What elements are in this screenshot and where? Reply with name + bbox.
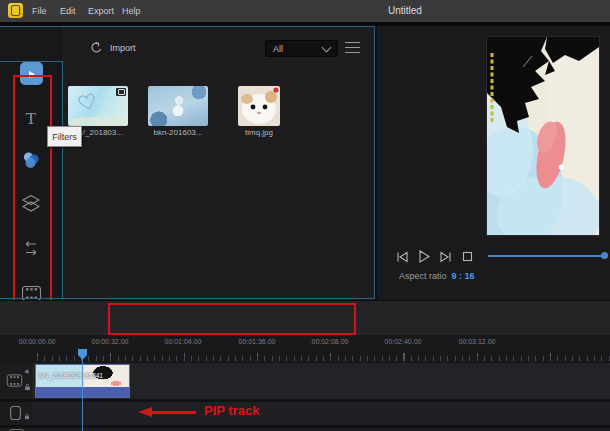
- playhead-line: [82, 352, 83, 431]
- previous-frame-icon: [395, 250, 409, 264]
- filters-tooltip: Filters: [47, 126, 82, 147]
- import-button[interactable]: Import: [90, 40, 136, 56]
- timeline-ruler[interactable]: 00:00:00.00 00:00:32.00 00:01:04.00 00:0…: [0, 335, 610, 362]
- chevron-down-icon: [322, 42, 332, 52]
- pip-track[interactable]: [0, 402, 610, 425]
- media-item-image-3[interactable]: [238, 86, 280, 126]
- seek-bar[interactable]: [488, 255, 606, 257]
- menu-help[interactable]: Help: [118, 0, 145, 22]
- media-filter-value: All: [273, 44, 283, 54]
- toolbar: ↶ ↷ ✎ ✂: [0, 300, 610, 335]
- annotation-rect-sidebar: [13, 75, 52, 320]
- sidebar: T: [0, 26, 62, 300]
- lock-track-icon[interactable]: [24, 413, 30, 420]
- video-track-icon: [6, 373, 23, 388]
- video-track-header: [0, 363, 32, 399]
- media-item-label: bkn-201603...: [148, 128, 208, 137]
- ruler-timestamp: 00:01:36.00: [232, 338, 282, 345]
- media-library-panel: Import All MV_201803... bkn-201603...: [62, 26, 375, 300]
- panel-border-bottom: [0, 298, 375, 299]
- play-icon: [416, 249, 431, 264]
- ruler-timestamp: 00:01:04.00: [158, 338, 208, 345]
- panel-border-top: [0, 26, 375, 27]
- menu-edit[interactable]: Edit: [56, 0, 80, 22]
- window-title: Untitled: [388, 0, 422, 22]
- list-view-toggle-icon[interactable]: [345, 42, 360, 54]
- mute-track-icon[interactable]: [24, 368, 31, 375]
- video-track-lane[interactable]: MV_20180309185341: [32, 363, 610, 399]
- next-frame-button[interactable]: [438, 249, 453, 264]
- timeline: 00:00:00.00 00:00:32.00 00:01:04.00 00:0…: [0, 335, 610, 431]
- import-label: Import: [110, 43, 136, 53]
- media-item-label: timq.jpg: [229, 128, 289, 137]
- media-item-video-1[interactable]: [68, 86, 128, 126]
- media-item-image-2[interactable]: [148, 86, 208, 126]
- play-button[interactable]: [416, 249, 431, 264]
- video-track[interactable]: MV_20180309185341: [0, 363, 610, 399]
- annotation-pip-label: PIP track: [204, 403, 259, 418]
- previous-frame-button[interactable]: [394, 249, 409, 264]
- panel-border-tab: [0, 61, 62, 62]
- panel-border-left: [62, 61, 63, 299]
- clip-label: MV_20180309185341: [39, 372, 103, 379]
- annotation-rect-toolbar: [108, 303, 356, 335]
- ruler-minor-ticks: [37, 356, 610, 361]
- aspect-ratio-label: Aspect ratio: [399, 271, 447, 281]
- stop-button[interactable]: [460, 249, 475, 264]
- pip-track-icon: [9, 405, 22, 421]
- stop-icon: [461, 250, 474, 263]
- pip-track-lane[interactable]: [32, 402, 610, 425]
- app-window: File Edit Export Help Untitled T: [0, 0, 610, 431]
- preview-video-canvas: [487, 37, 599, 235]
- aspect-ratio-row: Aspect ratio9 : 16: [399, 271, 475, 281]
- preview-panel: Aspect ratio9 : 16: [375, 26, 610, 300]
- ruler-timestamp: 00:00:32.00: [85, 338, 135, 345]
- annotation-arrow-icon: [138, 407, 152, 417]
- next-frame-icon: [439, 250, 453, 264]
- menu-bar: File Edit Export Help Untitled: [0, 0, 610, 22]
- menu-export[interactable]: Export: [84, 0, 118, 22]
- ruler-timestamp: 00:03:12.00: [452, 338, 502, 345]
- ruler-timestamp: 00:02:40.00: [378, 338, 428, 345]
- seek-knob[interactable]: [601, 252, 608, 259]
- aspect-ratio-value[interactable]: 9 : 16: [452, 271, 475, 281]
- pip-track-header: [0, 402, 32, 425]
- import-icon: [90, 41, 103, 56]
- video-type-badge-icon: [116, 88, 126, 96]
- annotation-arrow-shaft: [151, 411, 196, 414]
- ruler-timestamp: 00:00:00.00: [12, 338, 62, 345]
- lock-track-icon[interactable]: [24, 383, 31, 391]
- app-logo-icon[interactable]: [8, 3, 23, 18]
- ruler-timestamp: 00:02:08.00: [305, 338, 355, 345]
- menu-file[interactable]: File: [28, 0, 51, 22]
- media-filter-dropdown[interactable]: All: [265, 40, 338, 57]
